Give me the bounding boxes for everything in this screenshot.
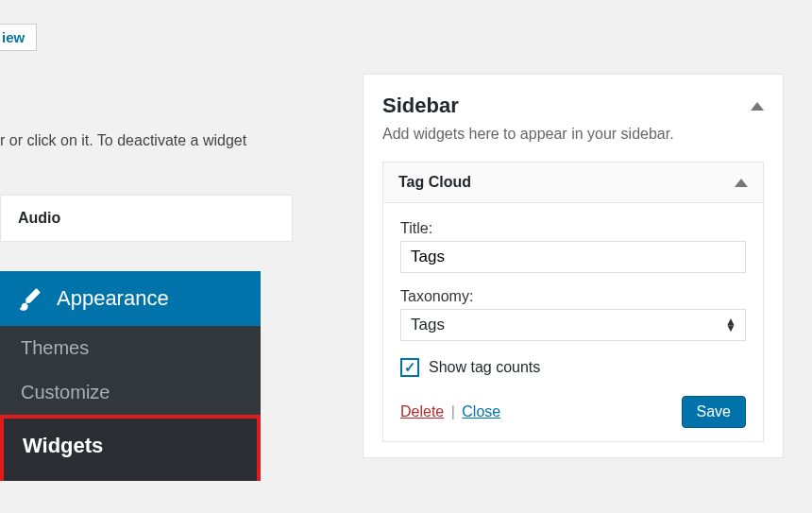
taxonomy-label: Taxonomy:	[400, 288, 746, 305]
submenu-customize[interactable]: Customize	[0, 370, 261, 415]
menu-section-appearance[interactable]: Appearance	[0, 271, 261, 326]
left-actions: Delete | Close	[400, 403, 500, 420]
separator: |	[451, 403, 455, 419]
title-input[interactable]	[400, 241, 746, 273]
sidebar-description: Add widgets here to appear in your sideb…	[382, 126, 764, 143]
sidebar-area-panel: Sidebar Add widgets here to appear in yo…	[363, 74, 784, 458]
taxonomy-select-wrap: Tags ▲▼	[400, 309, 746, 341]
widget-name: Tag Cloud	[398, 174, 471, 191]
brush-icon	[17, 285, 43, 312]
close-link[interactable]: Close	[462, 403, 500, 419]
show-counts-checkbox[interactable]: ✓	[400, 358, 419, 377]
sidebar-title: Sidebar	[382, 94, 459, 118]
taxonomy-select[interactable]: Tags	[400, 309, 746, 341]
delete-link[interactable]: Delete	[400, 403, 444, 419]
available-widget-audio[interactable]: Audio	[0, 195, 293, 242]
submenu-themes[interactable]: Themes	[0, 326, 261, 370]
collapse-icon	[751, 102, 764, 111]
appearance-submenu: Themes Customize Widgets	[0, 326, 261, 481]
widget-actions: Delete | Close Save	[400, 396, 746, 428]
widget-tag-cloud: Tag Cloud Title: Taxonomy: Tags ▲▼ ✓ Sho…	[382, 162, 764, 442]
widget-header[interactable]: Tag Cloud	[383, 162, 763, 203]
instruction-text: r or click on it. To deactivate a widget	[0, 132, 246, 149]
show-counts-label: Show tag counts	[429, 359, 540, 376]
collapse-icon	[735, 179, 748, 187]
save-button[interactable]: Save	[682, 396, 746, 428]
title-label: Title:	[400, 220, 746, 237]
sidebar-header[interactable]: Sidebar	[382, 94, 764, 118]
menu-section-label: Appearance	[57, 286, 169, 311]
preview-button-fragment[interactable]: iew	[0, 24, 37, 51]
admin-menu: Appearance Themes Customize Widgets	[0, 271, 261, 481]
widget-body: Title: Taxonomy: Tags ▲▼ ✓ Show tag coun…	[383, 203, 763, 441]
show-counts-row[interactable]: ✓ Show tag counts	[400, 358, 746, 377]
submenu-widgets[interactable]: Widgets	[0, 415, 261, 481]
